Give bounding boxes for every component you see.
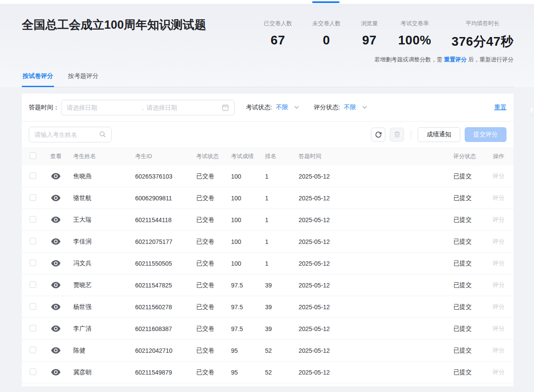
student-name: 李佳润	[68, 238, 130, 246]
row-checkbox[interactable]	[30, 194, 36, 201]
date-end-input[interactable]	[146, 104, 222, 111]
delete-button	[390, 128, 404, 142]
column-action: 操作	[487, 152, 514, 160]
exam-status: 已交卷	[191, 368, 226, 376]
search-input[interactable]	[34, 131, 99, 138]
view-button[interactable]	[51, 260, 61, 267]
student-name: 陈健	[68, 347, 130, 355]
grade-action-link: 评分	[487, 325, 514, 333]
student-id: 60212075177	[130, 238, 191, 245]
table-row: 冯文兵 60211550505 已交卷 100 1 2025-05-12 已提交…	[22, 253, 514, 274]
table-header: 查看 考生姓名 考生ID 考试状态 考试成绩 排名 答题时间 评分状态 操作	[22, 147, 514, 166]
view-button[interactable]	[51, 325, 61, 332]
row-checkbox[interactable]	[30, 172, 36, 179]
answer-time: 2025-05-12	[293, 347, 447, 354]
stat-submitted: 已交卷人数 67	[264, 20, 292, 51]
exam-score: 97.5	[226, 282, 260, 289]
page-title: 全国总工会成立100周年知识测试题	[22, 15, 238, 35]
student-id: 60265376103	[130, 173, 191, 180]
grading-tabs: 按试卷评分 按考题评分	[22, 69, 514, 87]
answer-time-label: 答题时间：	[29, 104, 59, 112]
row-checkbox[interactable]	[30, 368, 36, 375]
table-row: 焦晓燕 60265376103 已交卷 100 1 2025-05-12 已提交…	[22, 166, 514, 187]
table-row: 冀彦朝 60211549879 已交卷 95 52 2025-05-12 已提交…	[22, 362, 514, 383]
column-rank: 排名	[260, 152, 293, 160]
stat-avg-duration: 平均填答时长 376分47秒	[452, 20, 514, 51]
row-checkbox[interactable]	[30, 238, 36, 244]
student-id: 60212042710	[130, 347, 191, 354]
exam-status: 已交卷	[191, 194, 226, 202]
eye-icon	[51, 347, 61, 354]
reset-filters-link[interactable]: 重置	[494, 104, 507, 112]
exam-status-label: 考试状态:	[246, 104, 272, 112]
student-name: 冀彦朝	[68, 368, 130, 376]
grade-status-select[interactable]: 评分状态: 不限	[314, 104, 367, 112]
exam-score: 97.5	[226, 304, 260, 311]
grade-status: 已提交	[447, 303, 487, 311]
grade-status: 已提交	[447, 194, 487, 202]
view-button[interactable]	[51, 282, 61, 288]
view-button[interactable]	[51, 369, 61, 375]
exam-score: 100	[226, 195, 260, 202]
date-start-input[interactable]	[67, 104, 142, 111]
row-checkbox[interactable]	[30, 216, 36, 223]
score-notify-button[interactable]: 成绩通知	[418, 127, 460, 142]
rescore-notice: 若增删考题或调整分数，需 重置评分 后，重新进行评分	[22, 56, 514, 64]
stat-submit-rate: 考试交卷率 100%	[398, 20, 431, 51]
grade-action-link: 评分	[487, 194, 514, 202]
row-checkbox[interactable]	[30, 303, 36, 310]
scrollbar-thumb[interactable]	[530, 108, 533, 117]
select-all-checkbox[interactable]	[30, 152, 36, 159]
rank: 39	[260, 282, 293, 289]
tab-grade-by-question[interactable]: 按考题评分	[67, 69, 99, 87]
refresh-button[interactable]	[371, 128, 385, 142]
tab-grade-by-paper[interactable]: 按试卷评分	[22, 69, 54, 87]
student-name: 杨世强	[68, 303, 130, 311]
rank: 1	[260, 195, 293, 202]
student-id: 60211544118	[130, 216, 191, 223]
table-row: 骆世航 60062909811 已交卷 100 1 2025-05-12 已提交…	[22, 187, 514, 209]
student-id: 60211549879	[130, 369, 191, 376]
eye-icon	[51, 238, 61, 245]
exam-status: 已交卷	[191, 238, 226, 246]
view-button[interactable]	[51, 347, 61, 354]
grade-action-link: 评分	[487, 368, 514, 376]
view-button[interactable]	[51, 238, 61, 245]
grade-action-link: 评分	[487, 303, 514, 311]
chevron-down-icon	[362, 106, 367, 109]
view-button[interactable]	[51, 173, 61, 179]
top-tab-indicator	[312, 1, 340, 3]
grade-action-link: 评分	[487, 347, 514, 355]
row-checkbox[interactable]	[30, 325, 36, 331]
reset-score-link[interactable]: 重置评分	[444, 56, 466, 63]
view-button[interactable]	[51, 195, 61, 201]
rank: 39	[260, 304, 293, 311]
table-row: 李广清 60211608387 已交卷 97.5 39 2025-05-12 已…	[22, 318, 514, 340]
grade-status: 已提交	[447, 368, 487, 376]
answer-time: 2025-05-12	[293, 282, 447, 289]
student-name: 焦晓燕	[68, 172, 130, 180]
grade-status: 已提交	[447, 216, 487, 224]
grade-action-link: 评分	[487, 172, 514, 180]
eye-icon	[51, 304, 61, 310]
student-id: 60062909811	[130, 195, 191, 202]
exam-status-select[interactable]: 考试状态: 不限	[246, 104, 299, 112]
submit-grades-button: 提交评分	[465, 127, 507, 142]
table-row: 李佳润 60212075177 已交卷 100 1 2025-05-12 已提交…	[22, 231, 514, 253]
eye-icon	[51, 325, 61, 332]
rank: 1	[260, 260, 293, 267]
answer-time: 2025-05-12	[293, 304, 447, 311]
row-checkbox[interactable]	[30, 260, 36, 266]
view-button[interactable]	[51, 216, 61, 223]
exam-status: 已交卷	[191, 260, 226, 267]
search-icon[interactable]	[99, 131, 106, 138]
date-range-picker[interactable]: -	[61, 100, 235, 115]
exam-status: 已交卷	[191, 216, 226, 224]
divider	[411, 130, 411, 139]
row-checkbox[interactable]	[30, 347, 36, 353]
column-id: 考生ID	[130, 152, 191, 160]
view-button[interactable]	[51, 304, 61, 310]
answer-time: 2025-05-12	[293, 325, 447, 332]
row-checkbox[interactable]	[30, 281, 36, 288]
filter-row: 答题时间： - 考试状态: 不限 评分状态: 不限 重置	[22, 94, 514, 121]
